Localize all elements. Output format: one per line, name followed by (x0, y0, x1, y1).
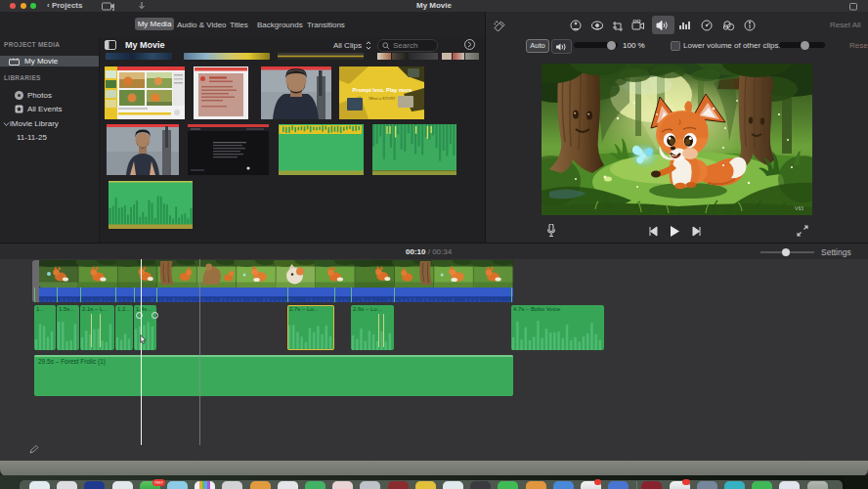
svg-text:Prompt less. Play more: Prompt less. Play more (353, 87, 412, 93)
svg-text:What a STORY: What a STORY (369, 96, 396, 101)
svg-text:V63: V63 (795, 205, 803, 211)
